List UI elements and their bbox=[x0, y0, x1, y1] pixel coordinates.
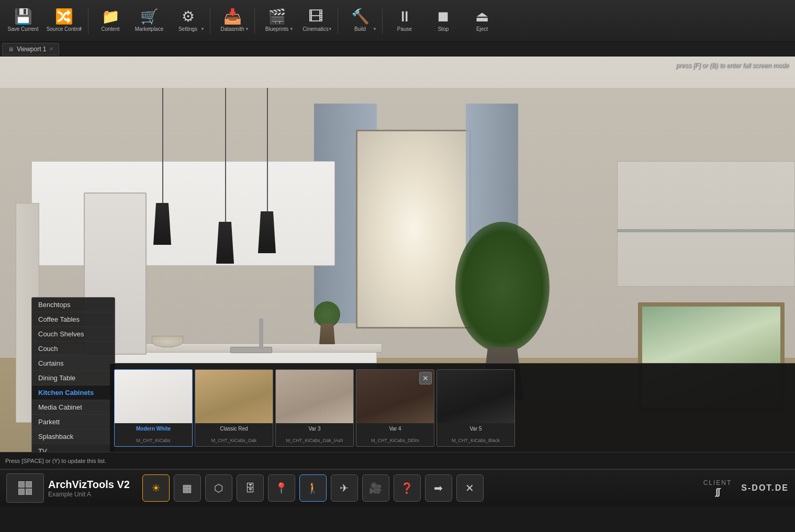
pendant-shade-2 bbox=[216, 222, 234, 264]
blueprints-button[interactable]: 🎬 Blueprints ▼ bbox=[258, 2, 296, 40]
material-card-var3[interactable]: Var 3 M_CHT_KiCabs_Oak_lAsh bbox=[275, 369, 354, 447]
toolbar-separator-3 bbox=[254, 8, 255, 34]
material-card-var5[interactable]: Var 5 M_CHT_KiCabs_Black bbox=[436, 369, 515, 447]
share-button[interactable]: ➡ bbox=[425, 474, 452, 502]
material-code-var5: M_CHT_KiCabs_Black bbox=[437, 435, 514, 446]
toolbar-separator-4 bbox=[338, 8, 338, 34]
logo-cell-4 bbox=[26, 489, 32, 495]
app-logo bbox=[6, 473, 44, 503]
logo-cell-2 bbox=[26, 481, 32, 488]
bottom-bar: ArchVizTools V2 Example Unit A ☀ ▦ ⬡ 🗄 📍… bbox=[0, 469, 795, 506]
grid-button[interactable]: ▦ bbox=[174, 474, 201, 502]
build-button[interactable]: 🔨 Build ▼ bbox=[341, 2, 379, 40]
stop-icon: ⏹ bbox=[436, 9, 451, 24]
sun-button[interactable]: ☀ bbox=[142, 474, 170, 502]
cinematics-icon: 🎞 bbox=[308, 9, 323, 24]
marketplace-button[interactable]: 🛒 Marketplace bbox=[130, 2, 168, 40]
faucet bbox=[259, 318, 263, 349]
material-code-var4: M_CHT_KiCabs_DElm bbox=[356, 435, 434, 446]
status-message: Press [SPACE] or (Y) to update this list… bbox=[5, 458, 106, 464]
logo-grid bbox=[18, 481, 32, 495]
fullscreen-hint: press [F] or (B) to enter full screen mo… bbox=[676, 62, 789, 69]
video-icon: 🎥 bbox=[369, 482, 382, 494]
marketplace-icon: 🛒 bbox=[140, 9, 159, 24]
drone-button[interactable]: ✈ bbox=[331, 474, 358, 502]
client-block: CLIENT ∫∫ bbox=[703, 479, 732, 497]
sun-icon: ☀ bbox=[151, 482, 161, 494]
menu-item-tv[interactable]: TV bbox=[32, 444, 115, 452]
close-button[interactable]: ✕ bbox=[456, 474, 484, 502]
material-panel-close-button[interactable]: ✕ bbox=[419, 372, 432, 384]
app-subtitle: Example Unit A bbox=[48, 491, 130, 498]
brand-label: S-DOT.DE bbox=[741, 483, 789, 493]
client-label: CLIENT bbox=[703, 479, 732, 486]
material-label-classic-red: Classic Red bbox=[195, 423, 273, 435]
cabinet-button[interactable]: 🗄 bbox=[237, 474, 264, 502]
material-card-var4[interactable]: ✕ Var 4 M_CHT_KiCabs_DElm bbox=[356, 369, 434, 447]
material-card-classic-red[interactable]: Classic Red M_CHT_KiCabs_Oak bbox=[195, 369, 273, 447]
eject-icon: ⏏ bbox=[475, 9, 489, 24]
menu-item-media-cabinet[interactable]: Media Cabinet bbox=[32, 400, 115, 415]
grid-icon: ▦ bbox=[182, 482, 192, 494]
material-panel: Modern White M_CHT_KiCabs Classic Red M_… bbox=[110, 363, 795, 452]
build-icon: 🔨 bbox=[351, 9, 369, 24]
eject-button[interactable]: ⏏ Eject bbox=[463, 2, 501, 40]
material-thumb-modern-white bbox=[115, 370, 192, 423]
menu-item-benchtops[interactable]: Benchtops bbox=[32, 298, 115, 312]
pause-icon: ⏸ bbox=[397, 9, 412, 24]
drone-icon: ✈ bbox=[340, 482, 349, 494]
viewport-tab-label: Viewport 1 bbox=[17, 46, 46, 53]
shelf-upper-right bbox=[617, 161, 795, 287]
save-current-button[interactable]: 💾 Save Current bbox=[4, 2, 42, 40]
move-button[interactable]: ⬡ bbox=[205, 474, 232, 502]
material-label-var5: Var 5 bbox=[437, 423, 514, 435]
toolbar-separator-2 bbox=[210, 8, 210, 34]
viewport-icon: 🖥 bbox=[8, 46, 14, 52]
app-title-block: ArchVizTools V2 Example Unit A bbox=[48, 479, 130, 498]
toolbar-separator-1 bbox=[88, 8, 88, 34]
content-button[interactable]: 📁 Content bbox=[92, 2, 129, 40]
material-code-classic-red: M_CHT_KiCabs_Oak bbox=[195, 435, 273, 446]
viewport-tab[interactable]: 🖥 Viewport 1 ✕ bbox=[2, 43, 59, 55]
menu-item-coffee-tables[interactable]: Coffee Tables bbox=[32, 312, 115, 327]
datasmith-button[interactable]: 📥 Datasmith ▼ bbox=[214, 2, 251, 40]
location-button[interactable]: 📍 bbox=[268, 474, 295, 502]
location-icon: 📍 bbox=[275, 482, 288, 494]
material-label-var3: Var 3 bbox=[276, 423, 353, 435]
settings-button[interactable]: ⚙ Settings ▼ bbox=[169, 2, 207, 40]
source-control-button[interactable]: 🔀 Source Control ▼ bbox=[43, 2, 85, 40]
material-label-modern-white: Modern White bbox=[115, 423, 192, 435]
close-icon: ✕ bbox=[465, 482, 474, 494]
menu-item-curtains[interactable]: Curtains bbox=[32, 356, 115, 371]
help-icon: ❓ bbox=[400, 482, 413, 494]
menu-item-splashback[interactable]: Splashback bbox=[32, 429, 115, 444]
bowl bbox=[152, 336, 183, 347]
viewport-area[interactable]: press [F] or (B) to enter full screen mo… bbox=[0, 56, 795, 452]
cabinet-icon: 🗄 bbox=[245, 482, 255, 494]
viewport-tab-bar: 🖥 Viewport 1 ✕ bbox=[0, 42, 795, 56]
share-icon: ➡ bbox=[434, 482, 443, 494]
material-label-var4: Var 4 bbox=[356, 423, 434, 435]
person-icon: 🚶 bbox=[306, 482, 319, 494]
material-card-modern-white[interactable]: Modern White M_CHT_KiCabs bbox=[114, 369, 193, 447]
pause-button[interactable]: ⏸ Pause bbox=[386, 2, 423, 40]
sidebar-menu: Benchtops Coffee Tables Couch Shelves Co… bbox=[31, 297, 115, 452]
menu-item-couch[interactable]: Couch bbox=[32, 342, 115, 356]
stop-button[interactable]: ⏹ Stop bbox=[424, 2, 462, 40]
menu-item-kitchen-cabinets[interactable]: Kitchen Cabinets bbox=[32, 386, 115, 400]
help-button[interactable]: ❓ bbox=[394, 474, 421, 502]
menu-item-couch-shelves[interactable]: Couch Shelves bbox=[32, 327, 115, 342]
pendant-shade-3 bbox=[258, 211, 276, 253]
client-logo: ∫∫ bbox=[715, 486, 720, 497]
menu-item-parkett[interactable]: Parkett bbox=[32, 415, 115, 429]
cinematics-button[interactable]: 🎞 Cinematics ▼ bbox=[297, 2, 334, 40]
person-button[interactable]: 🚶 bbox=[299, 474, 327, 502]
status-bar: Press [SPACE] or (Y) to update this list… bbox=[0, 452, 795, 469]
menu-item-dining-table[interactable]: Dining Table bbox=[32, 371, 115, 386]
pendant-shade-1 bbox=[153, 203, 171, 245]
material-code-modern-white: M_CHT_KiCabs bbox=[115, 435, 192, 446]
material-thumb-var3 bbox=[276, 370, 353, 423]
viewport-tab-close[interactable]: ✕ bbox=[49, 46, 53, 52]
material-thumb-classic-red bbox=[195, 370, 273, 423]
video-button[interactable]: 🎥 bbox=[362, 474, 389, 502]
